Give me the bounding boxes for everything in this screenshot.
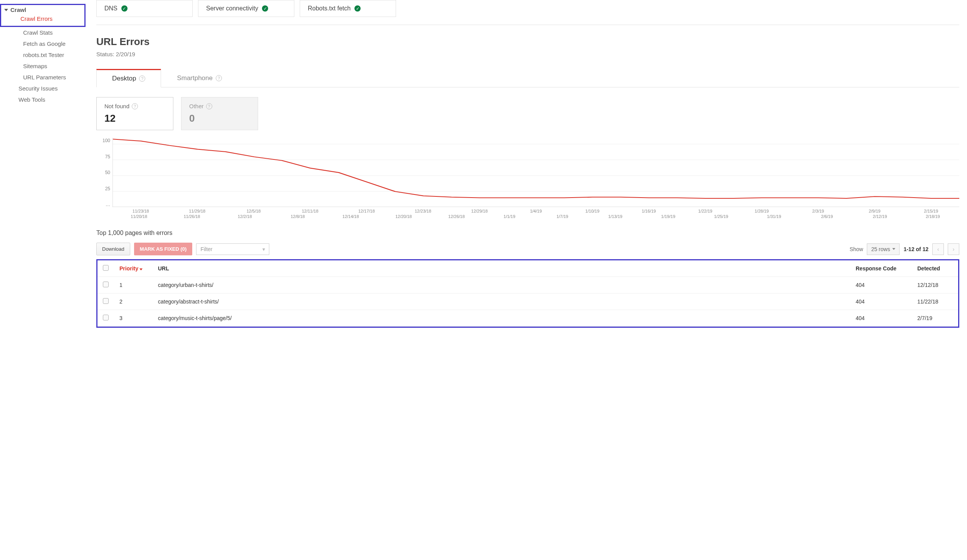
table-row[interactable]: 1category/urban-t-shirts/40412/12/18 — [97, 277, 958, 293]
chart-plot[interactable] — [112, 138, 959, 207]
tab-label: Desktop — [112, 75, 136, 82]
error-type-tiles: Not found ? 12 Other ? 0 — [96, 97, 959, 130]
x-tick: 1/4/19 — [508, 209, 564, 213]
tab-label: Smartphone — [177, 74, 213, 82]
tab-smartphone[interactable]: Smartphone ? — [161, 69, 238, 87]
cell-url: category/music-t-shirts/page/5/ — [153, 310, 850, 327]
row-checkbox[interactable] — [103, 315, 109, 320]
download-button[interactable]: Download — [96, 243, 130, 255]
error-chart: 100 75 50 25 … — [96, 138, 959, 207]
x-tick: 12/26/18 — [430, 214, 483, 219]
cell-url: category/urban-t-shirts/ — [153, 277, 850, 293]
status-card-server[interactable]: Server connectivity ✓ — [198, 0, 294, 17]
sidebar-highlight: Crawl Crawl Errors — [0, 4, 86, 27]
nav-group-label: Crawl — [10, 7, 26, 13]
table-row[interactable]: 3category/music-t-shirts/page/5/4042/7/1… — [97, 310, 958, 327]
tile-other[interactable]: Other ? 0 — [181, 97, 258, 130]
x-tick: 12/11/18 — [282, 209, 339, 213]
cell-detected: 2/7/19 — [912, 310, 958, 327]
nav-item-url-parameters[interactable]: URL Parameters — [0, 72, 89, 83]
col-response-code[interactable]: Response Code — [850, 260, 912, 277]
x-tick: 12/2/18 — [218, 214, 271, 219]
row-checkbox[interactable] — [103, 282, 109, 287]
cell-code: 404 — [850, 293, 912, 310]
row-checkbox[interactable] — [103, 298, 109, 304]
check-icon: ✓ — [354, 5, 361, 12]
device-tabs: Desktop ? Smartphone ? — [96, 69, 959, 87]
pagination-controls: Show 25 rows 1-12 of 12 ‹ › — [849, 243, 959, 255]
tile-not-found[interactable]: Not found ? 12 — [96, 97, 173, 130]
x-tick: 2/15/19 — [903, 209, 959, 213]
tile-label: Other ? — [189, 103, 250, 109]
x-tick: 1/13/19 — [589, 214, 641, 219]
x-tick: 2/12/19 — [853, 214, 906, 219]
y-axis: 100 75 50 25 … — [96, 138, 112, 207]
x-tick: 2/6/19 — [801, 214, 853, 219]
status-card-label: DNS — [104, 5, 118, 12]
sort-desc-icon — [139, 268, 143, 270]
next-page-button[interactable]: › — [948, 243, 959, 255]
status-card-label: Robots.txt fetch — [308, 5, 351, 12]
cell-detected: 11/22/18 — [912, 293, 958, 310]
cell-detected: 12/12/18 — [912, 277, 958, 293]
errors-table: Priority URL Response Code Detected 1cat… — [97, 260, 958, 327]
rows-select[interactable]: 25 rows — [867, 243, 900, 255]
nav-item-crawl-stats[interactable]: Crawl Stats — [0, 27, 89, 38]
table-row[interactable]: 2category/abstract-t-shirts/40411/22/18 — [97, 293, 958, 310]
nav-item-web-tools[interactable]: Web Tools — [0, 94, 89, 105]
x-tick: 11/23/18 — [112, 209, 169, 213]
x-tick: 11/26/18 — [165, 214, 218, 219]
x-tick: 12/23/18 — [395, 209, 452, 213]
x-tick: 1/25/19 — [695, 214, 747, 219]
pages-with-errors-title: Top 1,000 pages with errors — [96, 230, 959, 236]
errors-table-highlight: Priority URL Response Code Detected 1cat… — [96, 259, 959, 328]
cell-priority: 1 — [114, 277, 153, 293]
select-all-checkbox[interactable] — [103, 265, 109, 271]
x-tick: 1/10/19 — [564, 209, 621, 213]
sidebar: Crawl Crawl Errors Crawl Stats Fetch as … — [0, 0, 89, 343]
nav-item-fetch-as-google[interactable]: Fetch as Google — [0, 38, 89, 49]
nav-item-robots-tester[interactable]: robots.txt Tester — [0, 49, 89, 60]
x-tick: 1/22/19 — [677, 209, 734, 213]
cell-code: 404 — [850, 277, 912, 293]
prev-page-button[interactable]: ‹ — [932, 243, 944, 255]
nav-group-crawl[interactable]: Crawl — [4, 7, 81, 13]
status-card-label: Server connectivity — [206, 5, 258, 12]
x-tick: 12/8/18 — [271, 214, 324, 219]
site-status-cards: DNS ✓ Server connectivity ✓ Robots.txt f… — [96, 0, 959, 25]
status-card-robots[interactable]: Robots.txt fetch ✓ — [300, 0, 396, 17]
cell-code: 404 — [850, 310, 912, 327]
chart-svg — [113, 138, 959, 207]
x-tick: 2/9/19 — [846, 209, 903, 213]
mark-as-fixed-button[interactable]: MARK AS FIXED (0) — [134, 243, 193, 255]
filter-input[interactable]: Filter ▾ — [196, 243, 269, 255]
status-date: Status: 2/20/19 — [96, 51, 959, 57]
help-icon[interactable]: ? — [132, 103, 138, 109]
nav-item-sitemaps[interactable]: Sitemaps — [0, 60, 89, 72]
status-card-dns[interactable]: DNS ✓ — [96, 0, 193, 17]
nav-item-crawl-errors[interactable]: Crawl Errors — [13, 13, 81, 24]
help-icon[interactable]: ? — [139, 75, 145, 82]
x-tick: 1/28/19 — [734, 209, 790, 213]
col-detected[interactable]: Detected — [912, 260, 958, 277]
nav-item-security-issues[interactable]: Security Issues — [0, 83, 89, 94]
help-icon[interactable]: ? — [206, 103, 212, 109]
x-axis-row2: 11/20/1811/26/1812/2/1812/8/1812/14/1812… — [112, 213, 959, 219]
tab-desktop[interactable]: Desktop ? — [96, 69, 161, 87]
x-tick: 2/3/19 — [790, 209, 846, 213]
help-icon[interactable]: ? — [216, 75, 222, 81]
x-tick: 12/14/18 — [324, 214, 377, 219]
x-tick: 11/20/18 — [112, 214, 165, 219]
section-title: URL Errors — [96, 36, 959, 48]
tile-label: Not found ? — [104, 103, 165, 109]
x-tick: 1/7/19 — [536, 214, 589, 219]
show-label: Show — [849, 246, 863, 252]
tile-value: 12 — [104, 112, 165, 124]
x-tick: 12/29/18 — [451, 209, 508, 213]
col-priority[interactable]: Priority — [114, 260, 153, 277]
pagination-range: 1-12 of 12 — [903, 246, 928, 252]
cell-priority: 3 — [114, 310, 153, 327]
table-controls: Download MARK AS FIXED (0) Filter ▾ Show… — [96, 243, 959, 255]
cell-url: category/abstract-t-shirts/ — [153, 293, 850, 310]
col-url[interactable]: URL — [153, 260, 850, 277]
